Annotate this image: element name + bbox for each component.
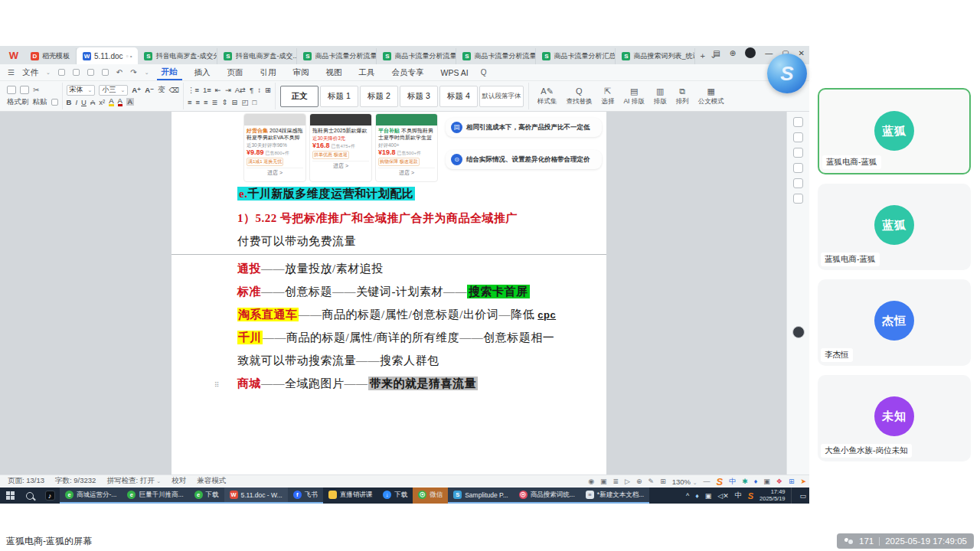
paragraph-drag-handle[interactable]: ⠿ [214, 381, 220, 389]
minimize-button[interactable]: — [765, 49, 773, 57]
paragraph-mark-icon[interactable]: ¶ [250, 86, 253, 94]
account-avatar[interactable] [745, 47, 756, 58]
taskbar-app-browser-3[interactable]: e下载 [189, 487, 224, 504]
print-icon[interactable] [87, 69, 94, 76]
start-button[interactable] [0, 487, 20, 504]
tab-sheet-1[interactable]: S 抖音电商罗盘-成交分析 [138, 48, 217, 64]
redo-icon[interactable]: ↷ [130, 68, 136, 77]
tab-pin-icon[interactable]: ▫ • [126, 53, 132, 60]
superscript-icon[interactable]: x² [99, 98, 105, 106]
new-tab-button[interactable]: + [700, 51, 704, 60]
sparkle-float-icon[interactable]: ✱ [742, 478, 748, 485]
mic-float-icon[interactable]: ♦ [754, 478, 758, 485]
close-button[interactable]: ✕ [799, 49, 805, 57]
paw-float-icon[interactable]: ❖ [776, 478, 782, 485]
notification-icon[interactable]: ▭ [799, 492, 806, 500]
zoom-level[interactable]: 130% ⌄ [672, 478, 697, 486]
line-spacing-icon[interactable]: ⇕ [222, 98, 228, 106]
bullet-list-icon[interactable]: ⋮≡ [188, 86, 199, 94]
file-dropdown-icon[interactable]: ⌄ [46, 70, 51, 76]
paste-icon[interactable] [20, 86, 29, 94]
shading-icon[interactable]: ◰ [241, 98, 248, 106]
star-icon[interactable] [793, 194, 803, 204]
tab-sheet-7[interactable]: S 商品搜索词列表_统计... [616, 48, 695, 64]
cut-icon[interactable]: ✂ [33, 86, 39, 94]
menu-tab-pagelayout[interactable]: 页面 [223, 64, 248, 80]
typeset-button[interactable]: ▥ 排版 [649, 86, 671, 106]
format-painter-icon[interactable] [7, 86, 16, 94]
indent-icon[interactable]: ⇥ [225, 86, 231, 94]
text-direction-icon[interactable]: A⇄ [235, 86, 246, 94]
style-heading2[interactable]: 标题 2 [360, 86, 398, 107]
bold-icon[interactable]: B [67, 98, 72, 106]
sort-icon[interactable]: ↕ [257, 86, 261, 94]
font-name-select[interactable]: 宋体 ⌄ [67, 85, 96, 96]
taskbar-app-samplitude[interactable]: SSamplitude P... [448, 487, 514, 504]
edit-icon[interactable] [793, 117, 803, 127]
taskbar-app-download[interactable]: ↓下载 [377, 487, 413, 504]
taskbar-app-feishu[interactable]: f飞书 [288, 487, 323, 504]
taskbar-search-button[interactable] [20, 487, 40, 504]
font-size-select[interactable]: 小三 ⌄ [99, 85, 128, 96]
align-center-icon[interactable]: ≡ [195, 98, 200, 106]
play-view-icon[interactable]: ▷ [625, 478, 630, 485]
cursor-float-icon[interactable]: ➤ [800, 478, 806, 485]
taskbar-app-search-stats[interactable]: ⦿商品搜索词统... [514, 487, 580, 504]
style-heading1[interactable]: 标题 1 [320, 86, 358, 107]
clear-format-icon[interactable]: ⌫ [169, 86, 179, 94]
number-list-icon[interactable]: 1≡ [203, 86, 211, 94]
proof-button[interactable]: 校对 [172, 476, 186, 486]
format-painter-label[interactable]: 格式刷 [7, 97, 29, 107]
font-color-icon[interactable]: A [118, 97, 122, 106]
paste-label[interactable]: 粘贴 [33, 97, 47, 107]
tab-sheet-6[interactable]: S 商品卡流量分析汇总... [536, 48, 616, 64]
output-icon[interactable] [73, 69, 80, 76]
undo-icon[interactable]: ↶ [116, 68, 122, 77]
taskbar-app-wechat[interactable]: ⦿微信 [413, 487, 448, 504]
cloud-icon[interactable] [793, 178, 803, 188]
menu-tab-wps-ai[interactable]: WPS AI [436, 64, 473, 80]
hamburger-icon[interactable]: ☰ [8, 68, 15, 77]
search-command-icon[interactable]: Q [481, 68, 487, 77]
shrink-font-icon[interactable]: A⁻ [145, 86, 154, 94]
layout-icon[interactable]: ▤ [713, 49, 720, 57]
style-set-button[interactable]: A✎ 样式集 [533, 86, 562, 106]
arrange-button[interactable]: ⧉ 排列 [671, 86, 694, 106]
flash-icon[interactable] [793, 163, 803, 173]
select-button[interactable]: ⇱ 选择 [596, 86, 619, 106]
preview-icon[interactable] [102, 69, 109, 76]
official-doc-button[interactable]: ▦ 公文模式 [694, 86, 729, 106]
zoom-out-icon[interactable]: — [704, 478, 710, 485]
spellcheck-status[interactable]: 拼写检查: 打开 ⌄ [106, 476, 161, 486]
more-history-icon[interactable]: ⌄ [145, 70, 149, 76]
assistant-avatar[interactable] [792, 326, 805, 338]
taskbar-app-wps-doc[interactable]: W5.11.doc - W... [224, 487, 288, 504]
copy-icon[interactable] [51, 99, 58, 106]
participant-tile-4[interactable]: 未知 大鱼小鱼水族-岗位未知 [818, 375, 971, 461]
menu-tab-review[interactable]: 审阅 [289, 64, 314, 80]
grow-font-icon[interactable]: A⁺ [132, 86, 141, 94]
tab-doc-active[interactable]: W 5.11.doc ▫ • [77, 47, 138, 64]
style-heading3[interactable]: 标题 3 [400, 86, 438, 107]
char-shading-icon[interactable]: A [126, 98, 134, 106]
style-heading4[interactable]: 标题 4 [439, 86, 478, 107]
underline-icon[interactable]: U [81, 98, 87, 106]
tray-volume-icon[interactable]: ◁✕ [717, 492, 728, 500]
tab-sheet-5[interactable]: S 商品卡流量分析流量来... [456, 48, 536, 64]
hidden-icons-chevron[interactable]: ^ [686, 492, 689, 500]
ime-indicator[interactable]: 中 [735, 491, 742, 500]
align-left-icon[interactable]: ≡ [188, 98, 192, 106]
wps-logo-icon[interactable]: W [6, 48, 21, 62]
web-view-icon[interactable]: ⊕ [636, 478, 642, 485]
ai-typeset-button[interactable]: ▤ AI 排版 [619, 86, 648, 106]
border-icon[interactable]: □ [252, 98, 256, 106]
taskbar-clock[interactable]: 17:49 2025/5/19 [760, 489, 785, 502]
frame-icon[interactable]: ⊞ [265, 86, 271, 94]
menu-tab-reference[interactable]: 引用 [256, 64, 281, 80]
tray-mic-icon[interactable]: ♦ [695, 492, 699, 500]
participant-tile-3[interactable]: 杰恒 李杰恒 [818, 279, 971, 366]
translate-float-icon[interactable]: 中 [729, 477, 736, 487]
menu-tab-view[interactable]: 视图 [322, 64, 347, 80]
document-page[interactable]: 好货合集2024踩屎感拖鞋夏季男款EVA不臭脚 近30天好评率96% ¥9.89… [172, 112, 606, 474]
participant-tile-1[interactable]: 蓝狐 蓝狐电商-蓝狐 [818, 88, 971, 174]
